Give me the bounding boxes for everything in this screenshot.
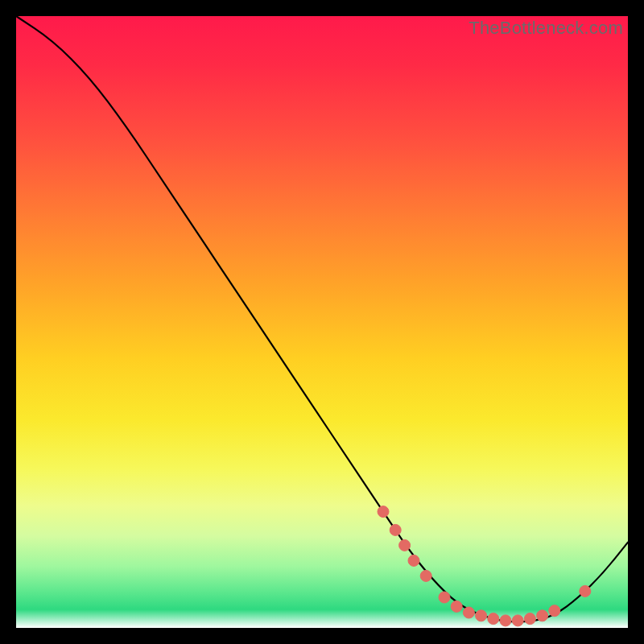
curve-marker (399, 539, 411, 551)
curve-marker (537, 610, 548, 621)
curve-marker (500, 615, 511, 626)
curve-path (16, 16, 628, 621)
curve-marker (476, 610, 487, 621)
curve-marker (451, 601, 462, 612)
curve-marker (390, 524, 401, 535)
curve-marker (420, 570, 431, 581)
curve-marker (463, 607, 474, 618)
chart-frame: TheBottleneck.com (0, 0, 644, 644)
bottleneck-curve (16, 16, 628, 628)
curve-marker (378, 506, 389, 518)
curve-marker (580, 585, 591, 597)
curve-markers (378, 506, 591, 626)
plot-area: TheBottleneck.com (16, 16, 628, 628)
curve-marker (439, 592, 450, 603)
curve-marker (549, 605, 560, 617)
curve-marker (408, 555, 419, 566)
curve-marker (524, 613, 535, 625)
curve-marker (512, 615, 523, 626)
curve-marker (488, 613, 499, 625)
